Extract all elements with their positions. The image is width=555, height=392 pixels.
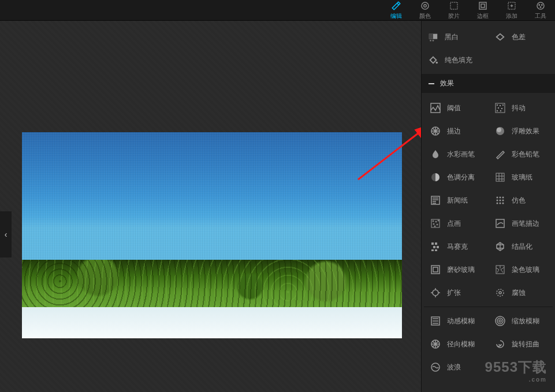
effect-label: 黑白 [445, 32, 459, 42]
zoomblur-icon [494, 315, 506, 327]
effect-mosaic[interactable]: 马赛克 [424, 235, 489, 258]
dither-icon [494, 102, 506, 114]
svg-rect-55 [433, 267, 438, 272]
section-header-effects[interactable]: 效果 [422, 74, 555, 93]
effect-dither[interactable]: 抖动 [489, 96, 553, 120]
panel-collapse-handle[interactable]: ‹ [0, 211, 12, 257]
svg-point-45 [437, 224, 438, 225]
svg-rect-20 [502, 104, 504, 106]
svg-point-41 [433, 221, 434, 222]
tab-tools[interactable]: 工具 [526, 0, 555, 20]
tab-edit[interactable]: 编辑 [382, 0, 411, 20]
svg-point-8 [542, 4, 543, 5]
image-region-ground [22, 307, 402, 338]
crystallize-icon [494, 241, 506, 252]
effect-label: 纯色填充 [445, 55, 472, 65]
svg-rect-24 [500, 110, 501, 111]
image-region-water [22, 132, 402, 272]
svg-point-39 [502, 203, 504, 204]
effect-watercolor[interactable]: 水彩画笔 [424, 143, 489, 166]
effect-black-white[interactable]: 黑白 [422, 25, 489, 48]
svg-rect-21 [498, 107, 499, 109]
pre-effects-group: 黑白 色差 纯色填充 [422, 21, 555, 74]
effect-label: 动感模糊 [447, 316, 475, 326]
effect-label: 扩张 [447, 288, 461, 298]
effect-stroke[interactable]: 描边 [424, 120, 489, 143]
effect-cellophane[interactable]: 玻璃纸 [489, 166, 553, 189]
tab-label: 颜色 [419, 12, 431, 20]
effect-motion-blur[interactable]: 动感模糊 [424, 309, 489, 333]
effect-label: 浮雕效果 [512, 126, 539, 136]
effect-frosted-glass[interactable]: 磨砂玻璃 [424, 258, 489, 281]
tab-film[interactable]: 胶片 [439, 0, 468, 20]
image-preview[interactable] [22, 132, 402, 338]
collapse-icon [429, 83, 434, 84]
chromatic-icon [494, 31, 506, 43]
emboss-icon [494, 125, 506, 137]
effect-emboss[interactable]: 浮雕效果 [489, 120, 553, 143]
svg-point-37 [496, 203, 498, 204]
effect-label: 抖动 [512, 103, 526, 113]
svg-point-33 [502, 197, 504, 199]
svg-rect-49 [435, 242, 437, 245]
effect-wave[interactable]: 波浪 [424, 356, 489, 379]
effect-posterize[interactable]: 色调分离 [424, 166, 489, 189]
halftone-icon [494, 195, 506, 206]
tab-label: 编辑 [390, 12, 402, 20]
svg-point-44 [433, 223, 434, 225]
svg-point-43 [438, 220, 439, 221]
effect-newsprint[interactable]: 新闻纸 [424, 189, 489, 212]
chevron-left-icon: ‹ [5, 230, 8, 239]
newsprint-icon [430, 195, 441, 206]
posterize-icon [430, 171, 441, 183]
tab-frame[interactable]: 边框 [468, 0, 497, 20]
effect-crystallize[interactable]: 结晶化 [489, 235, 553, 258]
svg-rect-19 [500, 105, 501, 106]
tab-label: 添加 [506, 12, 517, 20]
svg-point-13 [430, 40, 431, 42]
effect-color-pencil[interactable]: 彩色铅笔 [489, 143, 553, 166]
effect-zoom-blur[interactable]: 缩放模糊 [489, 309, 553, 333]
svg-point-61 [499, 320, 501, 322]
effect-label: 马赛克 [447, 242, 468, 252]
svg-point-46 [434, 226, 435, 227]
radialblur-icon [430, 338, 441, 350]
svg-rect-18 [497, 104, 498, 106]
pointillize-icon [430, 218, 441, 229]
effect-threshold[interactable]: 阈值 [424, 96, 489, 120]
frosted-icon [430, 264, 441, 275]
svg-rect-29 [496, 173, 504, 181]
svg-point-27 [497, 128, 501, 132]
canvas-area: ‹ [0, 21, 421, 392]
bw-icon [427, 31, 439, 43]
effect-stained-glass[interactable]: 染色玻璃 [489, 258, 553, 281]
dilate-icon [430, 287, 441, 298]
svg-rect-4 [481, 4, 485, 8]
tab-color[interactable]: 颜色 [411, 0, 439, 20]
tab-add[interactable]: 添加 [497, 0, 526, 20]
effect-dilate[interactable]: 扩张 [424, 281, 489, 304]
tab-label: 工具 [535, 12, 546, 20]
svg-point-1 [424, 4, 427, 7]
svg-rect-22 [501, 108, 502, 109]
svg-point-36 [502, 200, 504, 201]
cellophane-icon [494, 171, 506, 183]
stroke-icon [430, 125, 441, 137]
effect-twirl[interactable]: 旋转扭曲 [489, 333, 553, 356]
effect-label: 结晶化 [512, 242, 532, 252]
effect-halftone[interactable]: 仿色 [489, 189, 553, 212]
svg-point-58 [497, 289, 504, 296]
erode-icon [494, 287, 506, 298]
effect-brushstroke[interactable]: 画笔描边 [489, 212, 553, 235]
effect-radial-blur[interactable]: 径向模糊 [424, 333, 489, 356]
effect-label: 画笔描边 [512, 219, 539, 229]
pencil-icon [494, 148, 506, 160]
effect-solid-fill[interactable]: 纯色填充 [422, 48, 489, 72]
effects-grid: 阈值 抖动 描边 浮雕效果 水彩画笔 彩色铅笔 色调分离 玻璃纸 [422, 93, 555, 382]
svg-rect-50 [433, 246, 435, 248]
effect-label: 色调分离 [447, 173, 475, 182]
effect-chromatic-aberration[interactable]: 色差 [489, 25, 556, 48]
effect-label: 径向模糊 [447, 339, 475, 349]
effect-pointillize[interactable]: 点画 [424, 212, 489, 235]
effect-erode[interactable]: 腐蚀 [489, 281, 553, 304]
